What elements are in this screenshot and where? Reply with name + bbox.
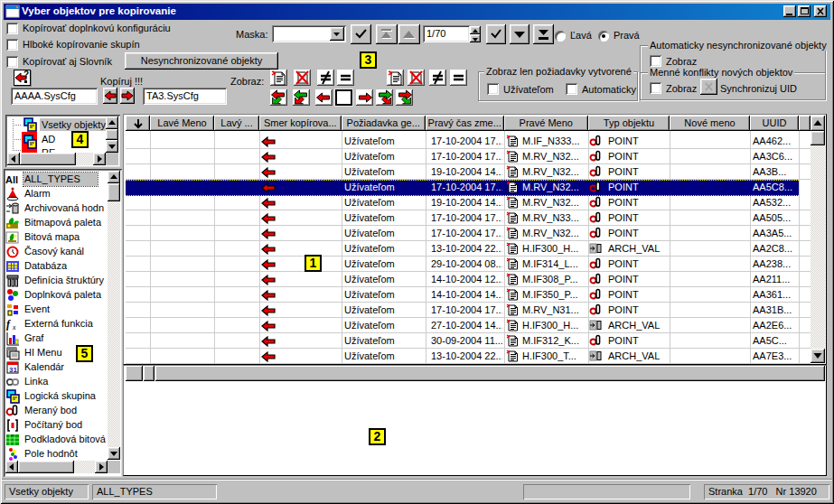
svg-text:All: All <box>5 174 18 185</box>
svg-text:?: ? <box>23 70 29 79</box>
svg-text:x: x <box>12 323 16 331</box>
svg-text:f: f <box>6 318 11 331</box>
svg-text:31: 31 <box>9 366 17 374</box>
